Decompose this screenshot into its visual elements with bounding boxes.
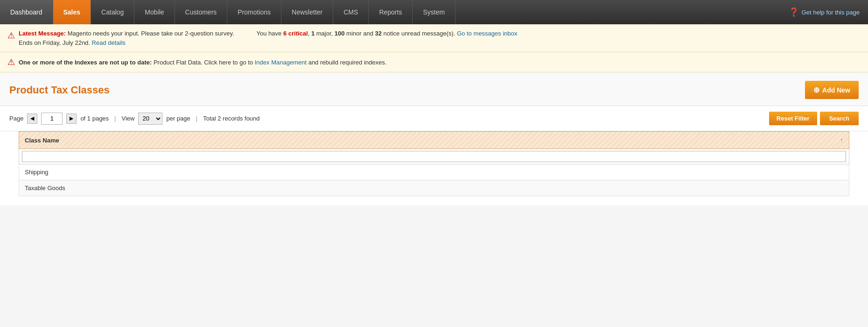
- message-summary: You have 6 critical, 1 major, 100 minor …: [257, 29, 518, 38]
- page-input[interactable]: [41, 113, 63, 125]
- main-content: Product Tax Classes ⊕ Add New Page ◀ ▶ o…: [0, 72, 868, 206]
- view-label: View: [121, 115, 134, 122]
- toolbar: Page ◀ ▶ of 1 pages | View 203050100200 …: [0, 106, 868, 131]
- page-title: Product Tax Classes: [9, 84, 110, 96]
- nav-item-system[interactable]: System: [413, 0, 455, 24]
- class-name-filter-input[interactable]: [22, 151, 846, 162]
- nav-item-promotions[interactable]: Promotions: [227, 0, 281, 24]
- sort-icon: ↑: [840, 136, 843, 144]
- index-prefix: One or more of the Indexes are not up to…: [19, 59, 152, 66]
- nav-item-customers[interactable]: Customers: [175, 0, 228, 24]
- filter-row: [19, 149, 849, 164]
- index-warning-icon: ⚠: [7, 57, 15, 67]
- inbox-suffix2: notice unread message(s).: [384, 30, 455, 37]
- notice-count: 32: [375, 30, 382, 37]
- class-name-header[interactable]: Class Name ↑: [19, 132, 849, 149]
- search-button[interactable]: Search: [820, 112, 859, 125]
- nav-item-catalog[interactable]: Catalog: [91, 0, 134, 24]
- separator-1: |: [114, 115, 116, 122]
- latest-message-text: Magento needs your input. Please take ou…: [68, 30, 234, 37]
- index-suffix: and rebuild required indexes.: [308, 59, 387, 66]
- total-records-label: Total 2 records found: [203, 115, 259, 122]
- inbox-prefix: You have: [257, 30, 283, 37]
- page-header: Product Tax Classes ⊕ Add New: [0, 72, 868, 106]
- minor-count: 100: [335, 30, 345, 37]
- toolbar-actions: Reset Filter Search: [769, 112, 859, 125]
- class-name-filter-cell: [19, 149, 849, 164]
- help-link[interactable]: ❓ Get help for this page: [780, 0, 868, 24]
- add-new-button[interactable]: ⊕ Add New: [805, 81, 859, 99]
- add-new-label: Add New: [822, 86, 850, 94]
- class-name-cell: Taxable Goods: [19, 180, 849, 196]
- inbox-suffix: minor and: [346, 30, 375, 37]
- prev-page-button[interactable]: ◀: [27, 114, 37, 124]
- table-wrapper: Class Name ↑ ShippingTaxable Goods: [0, 131, 868, 206]
- table-row[interactable]: Taxable Goods: [19, 180, 849, 196]
- nav-item-newsletter[interactable]: Newsletter: [281, 0, 333, 24]
- index-text: Product Flat Data. Click here to go to: [154, 59, 255, 66]
- latest-message-prefix: Latest Message:: [19, 30, 66, 37]
- page-label: Page: [9, 115, 23, 122]
- nav-item-sales[interactable]: Sales: [53, 0, 91, 24]
- index-message-banner: ⚠ One or more of the Indexes are not up …: [0, 52, 868, 72]
- table-header-row: Class Name ↑: [19, 132, 849, 149]
- product-tax-classes-table: Class Name ↑ ShippingTaxable Goods: [19, 131, 849, 196]
- critical-count: 6 critical: [283, 30, 308, 37]
- help-icon: ❓: [789, 7, 799, 17]
- help-label: Get help for this page: [802, 9, 860, 16]
- latest-message-end: Ends on Friday, July 22nd.: [19, 39, 90, 46]
- table-row[interactable]: Shipping: [19, 164, 849, 180]
- nav-item-mobile[interactable]: Mobile: [134, 0, 175, 24]
- index-management-link[interactable]: Index Management: [255, 59, 307, 66]
- read-details-link[interactable]: Read details: [92, 39, 126, 46]
- nav-item-dashboard[interactable]: Dashboard: [0, 0, 53, 24]
- main-nav: DashboardSalesCatalogMobileCustomersProm…: [0, 0, 868, 24]
- separator-2: |: [196, 115, 197, 122]
- major-count: 1: [311, 30, 315, 37]
- per-page-select[interactable]: 203050100200: [138, 113, 162, 125]
- go-inbox-link[interactable]: Go to messages inbox: [457, 30, 517, 37]
- next-page-button[interactable]: ▶: [66, 114, 77, 124]
- per-page-label: per page: [166, 115, 190, 122]
- latest-message-banner: ⚠ Latest Message: Magento needs your inp…: [0, 24, 868, 52]
- nav-item-cms[interactable]: CMS: [333, 0, 369, 24]
- of-pages-label: of 1 pages: [80, 115, 109, 122]
- nav-item-reports[interactable]: Reports: [369, 0, 413, 24]
- class-name-header-label: Class Name: [25, 137, 59, 144]
- add-icon: ⊕: [813, 85, 819, 94]
- warning-icon: ⚠: [7, 29, 15, 42]
- reset-filter-button[interactable]: Reset Filter: [769, 112, 817, 125]
- class-name-cell: Shipping: [19, 164, 849, 180]
